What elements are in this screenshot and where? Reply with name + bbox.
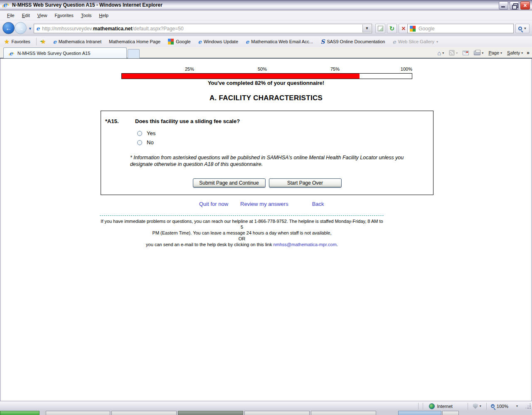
url-text: http://nmhsssurveydev.mathematica.net/de… (42, 26, 183, 32)
favorites-bar: ★ Favorites ★ eMathematica Intranet Math… (0, 36, 532, 47)
search-button[interactable]: ▼ (515, 24, 530, 33)
favorite-sas9-documentation[interactable]: SSAS9 Online Documentation (317, 36, 389, 47)
stop-icon: × (401, 25, 405, 32)
printer-icon (474, 51, 480, 55)
google-icon (410, 26, 416, 32)
search-input[interactable]: Google (407, 24, 514, 33)
address-bar[interactable]: e http://nmhsssurveydev.mathematica.net/… (34, 24, 372, 33)
favorite-windows-update[interactable]: eWindows Update (195, 36, 242, 47)
zoom-level: 100% (497, 404, 508, 409)
minimize-button[interactable] (499, 1, 508, 10)
feeds-button[interactable]: ▾ (448, 49, 459, 57)
favorite-mathematica-web-email[interactable]: eMathematica Web Email Acc... (242, 36, 317, 47)
progress-fill (122, 74, 360, 79)
question-text: Does this facility use a sliding fee sca… (135, 118, 240, 124)
zoom-icon (491, 404, 495, 408)
taskbar-item[interactable] (111, 411, 177, 415)
sas-icon: S (320, 38, 325, 45)
command-bar: ⌂▾ ▾ ▾ Page▾ Safety▾ » (436, 48, 530, 58)
option-no[interactable]: No (137, 139, 433, 146)
home-icon: ⌂ (437, 49, 441, 57)
safety-menu-button[interactable]: Safety▾ (506, 49, 524, 56)
protected-mode-button[interactable]: ▾ (468, 403, 486, 409)
menu-file[interactable]: File (3, 12, 18, 19)
radio-yes[interactable] (137, 131, 142, 136)
taskbar-item[interactable] (311, 411, 376, 415)
tab-title: N-MHSS Web Survey Question A15 (17, 51, 90, 56)
taskbar-item-active[interactable] (178, 411, 243, 415)
asterisk-note: * Information from asterisked questions … (130, 154, 421, 168)
favorite-mathematica-intranet[interactable]: eMathematica Intranet (49, 36, 105, 47)
question-box: *A15. Does this facility use a sliding f… (101, 111, 433, 195)
search-placeholder: Google (419, 26, 435, 32)
tab-active[interactable]: e N-MHSS Web Survey Question A15 (3, 47, 127, 58)
page-favicon-icon: e (36, 25, 39, 32)
progress-tick-labels: 25% 50% 75% 100% (121, 67, 412, 72)
quit-for-now-link[interactable]: Quit for now (199, 201, 228, 207)
progress-bar (121, 73, 412, 79)
menu-bar: File Edit View Favorites Tools Help (0, 11, 532, 20)
ie-logo-icon: e (2, 1, 10, 9)
navigation-bar: ← → ▼ e http://nmhsssurveydev.mathematic… (0, 20, 532, 36)
ie-icon-gray: e (392, 39, 396, 45)
section-title: A. FACILITY CHARACTERISTICS (1, 94, 531, 102)
browser-viewport: 25% 50% 75% 100% You've completed 82% of… (0, 59, 532, 401)
window-title: N-MHSS Web Survey Question A15 - Windows… (12, 2, 163, 8)
print-button[interactable]: ▾ (473, 50, 485, 56)
progress-message: You've completed 82% of your questionnai… (1, 80, 531, 86)
divider-dashed (100, 215, 384, 216)
history-dropdown-icon[interactable]: ▼ (28, 27, 32, 31)
internet-globe-icon (429, 403, 435, 409)
zoom-control[interactable]: 100% ▾ (487, 404, 522, 409)
forward-button[interactable]: → (15, 22, 27, 34)
ie-icon: e (246, 39, 249, 45)
rss-feed-icon (449, 50, 455, 56)
submit-page-button[interactable]: Submit Page and Continue (193, 178, 266, 188)
radio-no[interactable] (137, 140, 142, 145)
read-mail-button[interactable] (461, 50, 470, 56)
option-yes-label: Yes (147, 130, 155, 136)
google-icon (168, 39, 174, 44)
favorites-button[interactable]: ★ Favorites (0, 36, 34, 47)
title-bar: e N-MHSS Web Survey Question A15 - Windo… (0, 0, 532, 10)
taskbar-item[interactable] (46, 411, 110, 415)
favorite-web-slice-gallery[interactable]: eWeb Slice Gallery▾ (389, 36, 442, 47)
compatibility-view-button[interactable] (375, 24, 385, 33)
address-dropdown-icon[interactable]: ▼ (362, 25, 371, 32)
home-button[interactable]: ⌂▾ (436, 49, 445, 57)
back-link[interactable]: Back (312, 201, 324, 207)
back-button[interactable]: ← (2, 22, 15, 34)
toolbar-overflow-icon[interactable]: » (527, 50, 530, 56)
refresh-button[interactable]: ↻ (387, 24, 397, 33)
menu-view[interactable]: View (34, 12, 51, 19)
resize-grip[interactable] (525, 403, 531, 409)
add-to-favorites-bar-icon[interactable]: ★ (41, 38, 46, 45)
new-tab-button[interactable] (128, 49, 140, 58)
taskbar-item[interactable] (244, 411, 310, 415)
option-yes[interactable]: Yes (137, 130, 433, 136)
help-email-link[interactable]: nmhss@mathematica-mpr.com (273, 242, 336, 247)
taskbar-item[interactable] (398, 411, 441, 415)
mail-icon (463, 51, 469, 55)
taskbar-item[interactable] (442, 411, 459, 415)
page-menu-button[interactable]: Page▾ (487, 49, 503, 56)
divider (36, 38, 37, 45)
review-my-answers-link[interactable]: Review my answers (240, 201, 288, 207)
menu-help[interactable]: Help (95, 12, 112, 19)
menu-favorites[interactable]: Favorites (51, 12, 77, 19)
page-menu-label: age (492, 50, 499, 55)
start-button[interactable] (0, 411, 39, 415)
ie-icon: e (53, 39, 56, 45)
restore-button[interactable] (510, 1, 519, 10)
favorite-google[interactable]: Google (164, 36, 194, 47)
start-page-over-button[interactable]: Start Page Over (269, 178, 342, 188)
menu-tools[interactable]: Tools (77, 12, 96, 19)
shield-icon (473, 403, 478, 409)
safety-menu-label: afety (510, 50, 520, 55)
close-button[interactable]: × (520, 1, 530, 10)
star-icon: ★ (4, 38, 10, 45)
favorite-mathematica-home-page[interactable]: Mathematica Home Page (105, 36, 164, 47)
compatibility-icon (378, 26, 383, 31)
menu-edit[interactable]: Edit (18, 12, 34, 19)
refresh-icon: ↻ (389, 25, 395, 32)
